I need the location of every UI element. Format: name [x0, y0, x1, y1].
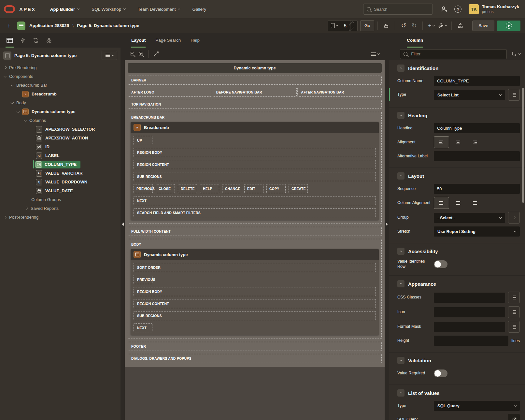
slot-next[interactable]: NEXT — [134, 323, 152, 332]
slot-next[interactable]: NEXT — [134, 196, 376, 205]
tree-item-row-action[interactable]: APEX$ROW_ACTION — [0, 134, 121, 142]
css-classes-input[interactable] — [434, 293, 505, 303]
tree-item-components[interactable]: Components — [0, 72, 121, 81]
tree-item-row-selector[interactable]: APEX$ROW_SELECTOR — [0, 125, 121, 134]
breadcrumb-region-card[interactable]: » Breadcrumb UP REGION BODY REGION CONTE… — [131, 122, 379, 220]
quick-pick-button[interactable] — [508, 321, 520, 333]
application-icon[interactable] — [17, 22, 25, 30]
tree-item-value-dropdown[interactable]: 1| VALUE_DROPDOWN — [0, 178, 121, 186]
menu-sql-workshop[interactable]: SQL Workshop — [92, 7, 125, 12]
slot-banner[interactable]: BANNER — [128, 76, 382, 85]
save-button[interactable]: Save — [472, 21, 494, 31]
tree-item-value-varchar[interactable]: A| VALUE_VARCHAR — [0, 169, 121, 178]
quick-pick-button[interactable] — [508, 292, 520, 303]
menu-team-development[interactable]: Team Development — [138, 7, 180, 12]
tree-item-breadcrumb-bar[interactable]: Breadcrumb Bar — [0, 81, 121, 90]
left-splitter[interactable] — [121, 33, 125, 420]
body-region-header[interactable]: Dynamic column type — [131, 249, 379, 260]
avatar[interactable]: TK — [469, 4, 479, 14]
value-required-toggle[interactable] — [434, 369, 447, 377]
tree-item-column-type-selected[interactable]: COLUMN_TYPE — [0, 160, 121, 169]
tab-help[interactable]: Help — [191, 33, 200, 48]
tab-page-shared-components[interactable] — [42, 33, 55, 48]
create-menu-button[interactable]: + — [426, 20, 436, 31]
slot-button-edit[interactable]: EDIT — [244, 184, 263, 193]
align-left-button[interactable] — [434, 136, 449, 148]
admin-tools-icon[interactable] — [437, 6, 451, 13]
format-mask-input[interactable] — [434, 322, 505, 332]
global-search[interactable] — [363, 4, 433, 15]
slot-sub-regions[interactable]: SUB REGIONS — [134, 311, 376, 320]
go-to-group-button[interactable] — [508, 212, 520, 224]
tab-layout[interactable]: Layout — [131, 33, 146, 48]
stretch-select[interactable]: Use Report Setting — [434, 226, 520, 237]
alternative-label-input[interactable] — [434, 151, 520, 161]
lov-type-select[interactable]: SQL Query — [434, 401, 520, 411]
slot-region-body[interactable]: REGION BODY — [134, 287, 376, 296]
tree-item-column-groups[interactable]: Column Groups — [0, 195, 121, 204]
slot-button-copy[interactable]: COPY — [266, 184, 286, 193]
slot-dialogs-drawers-popups[interactable]: DIALOGS, DRAWERS AND POPUPS — [128, 354, 382, 363]
collapse-button[interactable] — [397, 112, 404, 119]
collapse-button[interactable] — [397, 172, 404, 180]
slot-up[interactable]: UP — [134, 136, 152, 145]
collapse-button[interactable] — [397, 357, 404, 364]
tab-rendering[interactable] — [3, 33, 16, 48]
collapse-button[interactable] — [397, 65, 404, 72]
slot-footer[interactable]: FOOTER — [128, 342, 382, 351]
tree-item-post-rendering[interactable]: Post-Rendering — [0, 213, 121, 222]
slot-button-previous[interactable]: PREVIOUS — [134, 184, 153, 193]
tab-processing[interactable] — [29, 33, 42, 48]
type-select[interactable]: Select List — [434, 90, 505, 100]
align-center-button[interactable] — [450, 136, 466, 148]
right-splitter[interactable] — [385, 33, 389, 420]
breadcrumb-region-header[interactable]: » Breadcrumb — [131, 122, 379, 133]
slot-sort-order[interactable]: SORT ORDER — [134, 263, 376, 272]
shared-components-button[interactable] — [455, 20, 465, 31]
slot-button-create[interactable]: CREATE — [289, 184, 308, 193]
tree-item-columns[interactable]: Columns — [0, 116, 121, 125]
slot-region-body[interactable]: REGION BODY — [134, 148, 376, 157]
slot-body[interactable]: BODY Dynamic column type SORT ORDER PREV… — [128, 239, 382, 339]
quick-pick-button[interactable] — [508, 89, 520, 101]
tree-item-breadcrumb[interactable]: »Breadcrumb — [0, 90, 121, 98]
redo-button[interactable]: ↻ — [409, 20, 419, 31]
utilities-menu-button[interactable] — [436, 20, 448, 31]
collapse-left-handle[interactable] — [121, 219, 125, 230]
group-select[interactable]: - Select - — [434, 213, 505, 223]
go-button[interactable]: Go — [360, 20, 374, 31]
canvas-page-title[interactable]: Dynamic column type — [128, 63, 382, 73]
align-right-button[interactable] — [467, 136, 482, 148]
tree-item-value-date[interactable]: VALUE_DATE — [0, 186, 121, 195]
breadcrumb-application[interactable]: Application 288029 — [29, 23, 69, 28]
slot-button-delete[interactable]: DELETE — [178, 184, 197, 193]
slot-button-help[interactable]: HELP — [200, 184, 219, 193]
slot-region-content[interactable]: REGION CONTENT — [134, 299, 376, 308]
collapse-button[interactable] — [397, 389, 404, 397]
layout-menu-button[interactable] — [371, 52, 379, 56]
menu-app-builder[interactable]: App Builder — [50, 7, 79, 12]
up-arrow-icon[interactable]: ↑ — [5, 23, 13, 29]
slot-button-close[interactable]: CLOSE — [156, 184, 175, 193]
slot-breadcrumb-bar[interactable]: BREADCRUMB BAR » Breadcrumb UP REGION BO… — [128, 112, 382, 224]
zoom-in-icon[interactable] — [139, 52, 143, 56]
menu-gallery[interactable]: Gallery — [192, 7, 206, 12]
slot-previous[interactable]: PREVIOUS — [134, 275, 152, 284]
collapse-button[interactable] — [397, 280, 404, 287]
property-scrollbar-thumb[interactable] — [522, 88, 524, 203]
slot-after-navigation-bar[interactable]: AFTER NAVIGATION BAR — [297, 88, 382, 97]
column-name-input[interactable] — [434, 76, 520, 86]
slot-top-navigation[interactable]: TOP NAVIGATION — [128, 100, 382, 109]
open-code-editor-button[interactable] — [508, 414, 520, 420]
page-number-stepper[interactable] — [350, 21, 357, 31]
tree-item-label[interactable]: A| LABEL — [0, 151, 121, 160]
body-region-card[interactable]: Dynamic column type SORT ORDER PREVIOUS … — [131, 249, 379, 335]
value-identifies-row-toggle[interactable] — [434, 260, 447, 268]
tree-item-saved-reports[interactable]: Saved Reports — [0, 204, 121, 213]
slot-before-navigation-bar[interactable]: BEFORE NAVIGATION BAR — [213, 88, 297, 97]
heading-input[interactable] — [434, 123, 520, 133]
sequence-input[interactable] — [434, 184, 520, 194]
align-center-button[interactable] — [450, 197, 466, 209]
search-input[interactable] — [373, 7, 429, 12]
slot-full-width-content[interactable]: FULL WIDTH CONTENT — [128, 227, 382, 236]
